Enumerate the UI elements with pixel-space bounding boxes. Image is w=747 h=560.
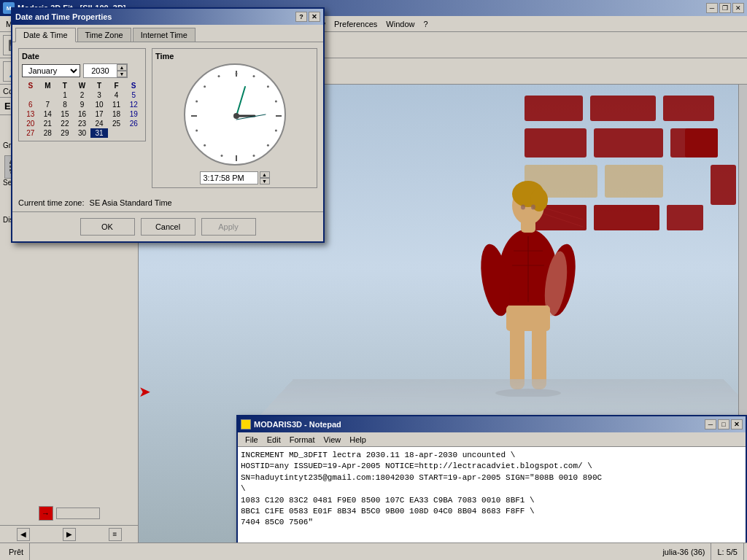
cal-day[interactable]: 21 [39,119,57,128]
notepad-minimize-button[interactable]: ─ [705,419,716,429]
dialog-titlebar-buttons: ? ✕ [295,12,320,22]
cancel-button[interactable]: Cancel [141,218,196,236]
settings-button[interactable]: ≡ [109,528,122,541]
year-increment-button[interactable]: ▲ [117,64,127,71]
cal-day[interactable]: 18 [108,109,125,119]
month-select[interactable]: JanuaryFebruaryMarch AprilMayJune JulyAu… [22,64,80,77]
tab-timezone[interactable]: Time Zone [77,28,131,42]
menu-preferences[interactable]: Preferences [330,18,382,30]
svg-point-52 [196,101,198,103]
cal-header-sun: S [22,81,39,90]
cal-day[interactable] [22,90,39,100]
cal-row-5: 27 28 29 30 31 [22,128,142,138]
menu-window[interactable]: Window [382,18,419,30]
time-input[interactable] [200,171,258,184]
minimize-button[interactable]: ─ [706,3,718,13]
notepad-window: MODARIS3D - Notepad ─ □ ✕ File Edit Form… [236,415,747,542]
cal-day[interactable] [108,128,125,138]
notepad-line-7: 7404 85C0 7506" [241,517,743,528]
cal-day[interactable]: 6 [22,100,39,109]
cal-day[interactable]: 27 [22,128,39,138]
cal-day[interactable]: 12 [125,100,142,109]
cal-day[interactable]: 15 [56,109,74,119]
slider-control[interactable] [56,508,100,519]
notepad-menu-view[interactable]: View [320,435,346,445]
svg-point-43 [252,75,255,77]
svg-point-31 [521,205,525,210]
cal-day[interactable]: 19 [125,109,142,119]
notepad-menu-edit[interactable]: Edit [263,435,285,445]
cal-day[interactable]: 24 [90,119,108,128]
time-increment-button[interactable]: ▲ [260,171,270,178]
scroll-right-button[interactable]: ▶ [63,528,76,541]
scroll-left-button[interactable]: ◀ [17,528,30,541]
cal-row-3: 13 14 15 16 17 18 19 [22,109,142,119]
cal-day-selected[interactable]: 31 [90,128,108,138]
cal-day[interactable]: 7 [39,100,57,109]
cal-day[interactable]: 20 [22,119,39,128]
svg-rect-7 [590,96,656,121]
notepad-maximize-button[interactable]: □ [718,419,729,429]
apply-button[interactable]: Apply [201,218,256,236]
notepad-line-4: \ [241,483,743,494]
svg-point-48 [252,155,255,157]
cal-day[interactable]: 9 [74,100,91,109]
notepad-content[interactable]: INCREMENT MD_3DFIT lectra 2030.11 18-apr… [238,447,746,542]
time-spin-buttons: ▲ ▼ [260,171,270,184]
filename-text: julia-36 (36) [662,548,705,556]
svg-point-32 [531,205,535,210]
layer-text: L: 5/5 [717,548,738,556]
menu-help[interactable]: ? [419,18,432,30]
tab-date-time[interactable]: Date & Time [15,28,76,42]
svg-rect-8 [663,96,714,121]
notepad-titlebar-left: MODARIS3D - Notepad [241,419,341,429]
notepad-titlebar: MODARIS3D - Notepad ─ □ ✕ [238,416,746,432]
status-layer: L: 5/5 [711,543,744,560]
cal-day[interactable]: 1 [56,90,74,100]
cal-day[interactable]: 22 [56,119,74,128]
year-value[interactable]: 2030 [84,66,117,76]
notepad-menu-file[interactable]: File [241,435,263,445]
dialog-help-button[interactable]: ? [295,12,307,22]
cal-day[interactable]: 13 [22,109,39,119]
cal-day[interactable]: 28 [39,128,57,138]
cal-day[interactable]: 14 [39,109,57,119]
time-section: Time [152,48,317,188]
notepad-menu-help[interactable]: Help [345,435,371,445]
notepad-close-button[interactable]: ✕ [731,419,743,429]
notepad-line-1: INCREMENT MD_3DFIT lectra 2030.11 18-apr… [241,450,743,461]
cal-day[interactable]: 11 [108,100,125,109]
svg-rect-18 [594,205,659,230]
cal-day[interactable]: 10 [90,100,108,109]
cal-day[interactable]: 25 [108,119,125,128]
cal-day[interactable]: 17 [90,109,108,119]
cal-day[interactable]: 29 [56,128,74,138]
red-arrow-button[interactable]: → [39,506,53,521]
timezone-label: Current time zone: [18,198,84,207]
svg-line-56 [236,87,245,116]
cal-day[interactable]: 30 [74,128,91,138]
notepad-menu-format[interactable]: Format [285,435,320,445]
svg-rect-12 [685,128,718,158]
year-decrement-button[interactable]: ▼ [117,71,127,77]
cal-day[interactable]: 8 [56,100,74,109]
svg-point-51 [196,130,198,132]
ok-button[interactable]: OK [80,218,135,236]
cal-day[interactable]: 2 [74,90,91,100]
time-decrement-button[interactable]: ▼ [260,178,270,184]
cal-day[interactable] [125,128,142,138]
close-button[interactable]: ✕ [732,3,744,13]
time-section-label: Time [155,52,314,61]
cal-header-sat: S [125,81,142,90]
dialog-close-button[interactable]: ✕ [309,12,320,22]
cal-day[interactable]: 23 [74,119,91,128]
cal-day[interactable]: 26 [125,119,142,128]
cal-day[interactable]: 5 [125,90,142,100]
cal-day[interactable]: 4 [108,90,125,100]
tab-internet-time[interactable]: Internet Time [133,28,196,42]
cal-day[interactable]: 16 [74,109,91,119]
restore-button[interactable]: ❐ [719,3,731,13]
app-window: M Modaris 3D Fit - [SIL100_3D] ─ ❐ ✕ MS … [0,0,747,560]
cal-day[interactable]: 3 [90,90,108,100]
cal-day[interactable] [39,90,57,100]
